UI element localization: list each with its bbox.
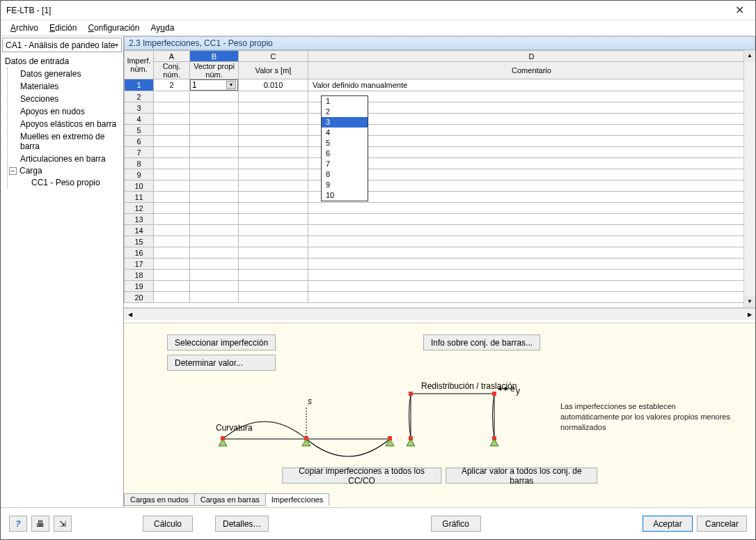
print-button[interactable]: 🖶 <box>31 516 49 532</box>
svg-rect-14 <box>492 392 496 396</box>
scroll-up-icon[interactable]: ▲ <box>744 50 755 61</box>
determine-value-button[interactable]: Determinar valor... <box>167 355 276 371</box>
panel-header: 2.3 Imperfecciones, CC1 - Peso propio <box>124 36 755 50</box>
tree-item-datos-generales[interactable]: Datos generales <box>8 68 122 80</box>
table-row[interactable]: 15 <box>125 236 755 247</box>
scroll-down-icon[interactable]: ▼ <box>744 296 755 307</box>
vector-dropdown-list[interactable]: 1 2 3 4 5 6 7 8 9 10 <box>321 95 368 201</box>
table-row[interactable]: 3 <box>125 102 755 114</box>
svg-marker-18 <box>490 439 498 446</box>
info-bars-button[interactable]: Info sobre conj. de barras... <box>423 334 540 350</box>
table-row[interactable]: 10 <box>125 180 755 192</box>
tree-item-apoyos-barra[interactable]: Apoyos elásticos en barra <box>8 118 122 130</box>
dropdown-arrow-icon[interactable]: ▾ <box>226 81 236 89</box>
table-row[interactable]: 2 <box>125 91 755 102</box>
table-row[interactable]: 13 <box>125 214 755 225</box>
svg-rect-7 <box>304 436 308 440</box>
tab-cargas-barras[interactable]: Cargas en barras <box>194 493 266 506</box>
col-C-sub: Valor s [m] <box>239 62 308 79</box>
table-row[interactable]: 14 <box>125 225 755 236</box>
svg-rect-8 <box>388 436 392 440</box>
menu-file[interactable]: Archivo <box>5 22 44 34</box>
table-row[interactable]: 12 <box>125 203 755 214</box>
dropdown-option[interactable]: 6 <box>322 148 368 159</box>
print-icon: 🖶 <box>36 519 45 529</box>
table-row[interactable]: 20 <box>125 292 755 303</box>
window-title: FE-LTB - [1] <box>6 6 729 15</box>
cell-vector-dropdown[interactable]: 1▾ <box>190 79 239 91</box>
scroll-right-icon[interactable]: ▶ <box>743 311 755 318</box>
vertical-scrollbar[interactable]: ▲ ▼ <box>743 50 755 307</box>
tab-imperfecciones[interactable]: Imperfecciones <box>265 493 330 506</box>
tree-carga[interactable]: Carga <box>19 166 42 176</box>
dropdown-option[interactable]: 10 <box>322 190 368 201</box>
footer: ? 🖶 ⇲ Cálculo Detalles… Gráfico Aceptar … <box>1 507 755 539</box>
col-A: A <box>154 51 190 62</box>
tree-item-secciones[interactable]: Secciones <box>8 93 122 105</box>
help-icon: ? <box>15 519 20 529</box>
svg-rect-13 <box>409 392 413 396</box>
svg-text:y: y <box>516 386 520 396</box>
dropdown-option[interactable]: 8 <box>322 169 368 180</box>
col-B: B <box>190 51 239 62</box>
col-B-sub: Vector propi núm. <box>190 62 239 79</box>
chevron-down-icon: ▾ <box>115 41 118 49</box>
dropdown-option[interactable]: 7 <box>322 159 368 169</box>
menu-config[interactable]: Configuración <box>82 22 145 34</box>
graphic-button[interactable]: Gráfico <box>431 516 481 532</box>
col-D: D <box>308 51 755 62</box>
export-button[interactable]: ⇲ <box>54 516 72 532</box>
imperfections-table[interactable]: Imperf. núm. A B C D Conj. núm. Vector p… <box>124 50 755 303</box>
dropdown-option[interactable]: 4 <box>322 128 368 138</box>
table-row[interactable]: 18 <box>125 270 755 281</box>
table-row[interactable]: 8 <box>125 158 755 169</box>
table-row[interactable]: 11 <box>125 192 755 203</box>
dropdown-option[interactable]: 1 <box>322 96 368 107</box>
horizontal-scrollbar[interactable]: ◀ ▶ <box>124 308 755 320</box>
menu-edit[interactable]: Edición <box>44 22 82 34</box>
case-selector[interactable]: CA1 - Análisis de pandeo latera ▾ <box>2 38 122 52</box>
tab-cargas-nudos[interactable]: Cargas en nudos <box>124 493 195 506</box>
select-imperfection-button[interactable]: Seleccionar imperfección <box>167 334 276 350</box>
cell-comment[interactable]: Valor definido manualmente <box>308 79 755 91</box>
svg-text:e: e <box>510 384 515 394</box>
tree-expander-icon[interactable]: − <box>9 167 17 175</box>
dropdown-option[interactable]: 9 <box>322 180 368 190</box>
table-row[interactable]: 7 <box>125 147 755 158</box>
table-row[interactable]: 5 <box>125 125 755 136</box>
table-row[interactable]: 16 <box>125 247 755 259</box>
tree-item-articulaciones[interactable]: Articulaciones en barra <box>8 153 122 165</box>
table-row[interactable]: 1 2 1▾ 0.010 Valor definido manualmente <box>125 79 755 91</box>
case-selector-text: CA1 - Análisis de pandeo latera <box>6 40 115 50</box>
dropdown-option[interactable]: 3 <box>322 117 368 128</box>
tree-item-apoyos-nudos[interactable]: Apoyos en nudos <box>8 105 122 118</box>
tree-item-muelles[interactable]: Muelles en extremo de barra <box>8 130 122 153</box>
tree-input-data[interactable]: Datos de entrada <box>2 55 122 68</box>
cell-valor[interactable]: 0.010 <box>239 79 308 91</box>
menu-help[interactable]: Ayuda <box>145 22 180 34</box>
accept-button[interactable]: Aceptar <box>643 516 693 532</box>
row-num-1: 1 <box>125 79 154 91</box>
table-row[interactable]: 6 <box>125 136 755 147</box>
table-row[interactable]: 4 <box>125 114 755 125</box>
tree-item-materiales[interactable]: Materiales <box>8 80 122 93</box>
export-icon: ⇲ <box>59 519 66 529</box>
cancel-button[interactable]: Cancelar <box>697 516 747 532</box>
svg-text:Redistribución / traslación: Redistribución / traslación <box>421 381 517 391</box>
cell-conj[interactable]: 2 <box>154 79 190 91</box>
tree-item-cc1[interactable]: CC1 - Peso propio <box>8 176 122 189</box>
calc-button[interactable]: Cálculo <box>143 516 193 532</box>
table-row[interactable]: 19 <box>125 281 755 292</box>
col-rownum: Imperf. núm. <box>125 51 154 79</box>
close-icon[interactable]: ✕ <box>729 3 750 17</box>
dropdown-option[interactable]: 2 <box>322 107 368 117</box>
table-row[interactable]: 17 <box>125 259 755 270</box>
apply-value-button[interactable]: Aplicar valor a todos los conj. de barra… <box>446 468 597 484</box>
col-A-sub: Conj. núm. <box>154 62 190 79</box>
dropdown-option[interactable]: 5 <box>322 138 368 148</box>
help-button[interactable]: ? <box>9 516 27 532</box>
table-row[interactable]: 9 <box>125 169 755 180</box>
copy-imperfections-button[interactable]: Copiar imperfecciones a todos los CC/CO <box>282 468 442 484</box>
details-button[interactable]: Detalles… <box>215 516 269 532</box>
scroll-left-icon[interactable]: ◀ <box>124 311 136 318</box>
